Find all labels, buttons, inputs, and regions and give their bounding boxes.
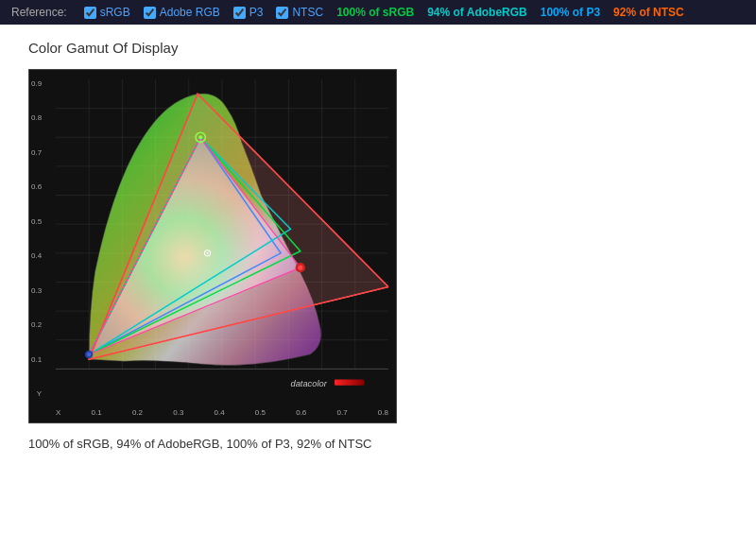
- y-axis-labels: 0.9 0.8 0.7 0.6 0.5 0.4 0.3 0.2 0.1 Y: [31, 79, 42, 398]
- chart-title: Color Gamut Of Display: [28, 40, 728, 56]
- checkbox-ntsc-label[interactable]: NTSC: [292, 6, 323, 19]
- x-label-04: 0.4: [215, 408, 225, 417]
- checkbox-ntsc[interactable]: [276, 7, 288, 19]
- checkbox-adobe-label[interactable]: Adobe RGB: [160, 6, 220, 19]
- stat-p3: 100% of P3: [541, 6, 600, 19]
- checkbox-p3[interactable]: [233, 7, 246, 19]
- gamut-chart: datacolor: [56, 79, 388, 398]
- svg-text:datacolor: datacolor: [290, 379, 327, 388]
- y-label-03: 0.3: [31, 286, 42, 295]
- chart-area: datacolor: [56, 79, 388, 398]
- x-label-08: 0.8: [378, 408, 388, 417]
- checkbox-ntsc-group: NTSC: [276, 6, 323, 19]
- checkbox-srgb-group: sRGB: [84, 6, 130, 19]
- x-label-07: 0.7: [337, 408, 348, 417]
- stat-adobe-rgb: 94% of AdobeRGB: [427, 6, 527, 19]
- checkbox-srgb[interactable]: [84, 7, 96, 19]
- svg-point-30: [298, 266, 302, 270]
- checkbox-adobe-group: Adobe RGB: [144, 6, 220, 19]
- svg-point-28: [198, 135, 202, 139]
- chart-wrapper: 0.9 0.8 0.7 0.6 0.5 0.4 0.3 0.2 0.1 Y: [28, 69, 397, 423]
- stat-srgb: 100% of sRGB: [336, 6, 414, 19]
- x-label-01: 0.1: [92, 408, 102, 417]
- reference-bar: Reference: sRGB Adobe RGB P3 NTSC 100% o…: [0, 0, 756, 25]
- checkbox-srgb-label[interactable]: sRGB: [100, 6, 130, 19]
- y-label-06: 0.6: [31, 182, 42, 191]
- x-label-x: X: [56, 408, 60, 417]
- checkbox-adobe-rgb[interactable]: [144, 7, 156, 19]
- y-label-01: 0.1: [31, 355, 42, 364]
- y-label-y: Y: [37, 389, 42, 398]
- y-label-02: 0.2: [31, 320, 42, 329]
- bottom-stats: 100% of sRGB, 94% of AdobeRGB, 100% of P…: [28, 437, 728, 451]
- checkbox-p3-label[interactable]: P3: [249, 6, 264, 19]
- y-label-08: 0.8: [31, 113, 42, 122]
- stat-ntsc: 92% of NTSC: [613, 6, 684, 19]
- x-label-02: 0.2: [132, 408, 143, 417]
- reference-label: Reference:: [11, 6, 67, 19]
- main-content: Color Gamut Of Display 0.9 0.8 0.7 0.6 0…: [0, 25, 756, 470]
- svg-point-32: [87, 353, 91, 356]
- y-label-09: 0.9: [31, 79, 42, 88]
- x-label-06: 0.6: [296, 408, 306, 417]
- x-label-03: 0.3: [173, 408, 183, 417]
- y-label-07: 0.7: [31, 148, 42, 157]
- svg-point-34: [206, 252, 208, 254]
- checkbox-p3-group: P3: [233, 6, 264, 19]
- x-label-05: 0.5: [255, 408, 266, 417]
- svg-rect-36: [335, 380, 364, 386]
- x-axis-labels: X 0.1 0.2 0.3 0.4 0.5 0.6 0.7 0.8: [56, 408, 388, 417]
- y-label-05: 0.5: [31, 217, 42, 226]
- y-label-04: 0.4: [31, 251, 42, 260]
